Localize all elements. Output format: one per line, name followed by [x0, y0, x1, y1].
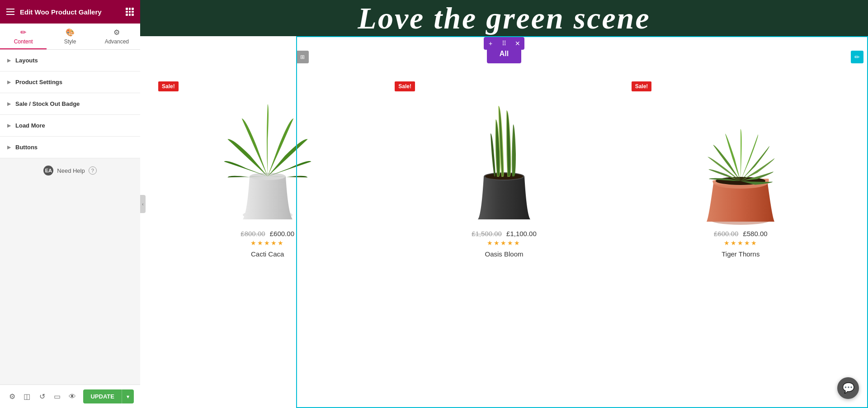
edit-widget-button[interactable]: ✏: [851, 51, 863, 63]
price-new-2: £1,100.00: [506, 230, 537, 237]
product-stars-1: ★★★★★: [250, 239, 284, 247]
price-old-1: £800.00: [241, 230, 265, 237]
accordion-sale-badge[interactable]: ▶ Sale / Stock Out Badge: [0, 93, 140, 115]
chat-button[interactable]: 💬: [837, 377, 859, 399]
bottom-bar: ⚙ ◫ ↺ ▭ 👁 UPDATE ▾: [0, 384, 140, 408]
canvas-area: Love the green scene ⊞ ✏ + ⠿ ✕ All Sale!: [140, 0, 868, 408]
accordion-product-settings[interactable]: ▶ Product Settings: [0, 71, 140, 93]
product-name-2: Oasis Bloom: [485, 250, 523, 258]
price-new-3: £580.00: [743, 230, 767, 237]
chevron-right-icon: ▶: [7, 145, 11, 150]
main-canvas: Love the green scene ⊞ ✏ + ⠿ ✕ All Sale!: [140, 0, 868, 408]
tab-style[interactable]: 🎨 Style: [47, 24, 93, 49]
content-tab-icon: ✏: [20, 28, 26, 37]
update-button-group: UPDATE ▾: [83, 389, 133, 403]
price-new-1: £600.00: [270, 230, 294, 237]
column-drag-handle[interactable]: ⊞: [296, 51, 309, 63]
collapse-panel-handle[interactable]: ‹: [140, 195, 146, 213]
banner-text: Love the green scene: [140, 0, 868, 36]
tab-advanced[interactable]: ⚙ Advanced: [94, 24, 140, 49]
history-icon[interactable]: ↺: [37, 390, 48, 403]
ea-badge: EA: [43, 166, 53, 176]
need-help-section: EA Need Help ?: [0, 158, 140, 183]
svg-point-3: [485, 173, 523, 180]
product-name-1: Cacti Caca: [251, 250, 284, 258]
hamburger-menu-button[interactable]: [6, 9, 14, 15]
chevron-right-icon: ▶: [7, 80, 11, 85]
eye-icon[interactable]: 👁: [66, 390, 78, 403]
product-price-3: £600.00 £580.00: [714, 230, 768, 237]
sale-badge-2: Sale!: [395, 81, 415, 91]
price-old-2: £1,500.00: [472, 230, 502, 237]
product-image-2: [395, 81, 613, 226]
plant-svg-1: [222, 86, 313, 222]
accordion-container: ▶ Layouts ▶ Product Settings ▶ Sale / St…: [0, 50, 140, 408]
products-grid: Sale!: [140, 68, 868, 271]
responsive-icon[interactable]: ▭: [52, 390, 63, 403]
accordion-layouts[interactable]: ▶ Layouts: [0, 50, 140, 71]
layers-icon[interactable]: ◫: [21, 390, 33, 403]
widget-add-button[interactable]: +: [484, 37, 497, 50]
update-dropdown-button[interactable]: ▾: [122, 389, 134, 403]
plant-svg-3: [691, 84, 790, 224]
settings-icon[interactable]: ⚙: [6, 390, 18, 403]
style-tab-icon: 🎨: [66, 28, 75, 37]
widget-close-button[interactable]: ✕: [511, 37, 524, 50]
apps-grid-button[interactable]: [126, 8, 134, 16]
help-icon[interactable]: ?: [89, 166, 97, 175]
chevron-right-icon: ▶: [7, 101, 11, 106]
product-price-2: £1,500.00 £1,100.00: [472, 230, 537, 237]
tab-content[interactable]: ✏ Content: [0, 24, 47, 49]
tab-bar: ✏ Content 🎨 Style ⚙ Advanced: [0, 24, 140, 50]
product-card-2: Sale!: [390, 77, 618, 262]
product-card-1: Sale!: [154, 77, 381, 262]
advanced-tab-icon: ⚙: [113, 28, 120, 37]
top-bar: Edit Woo Product Gallery: [0, 0, 140, 24]
need-help-label[interactable]: Need Help: [57, 167, 85, 174]
widget-move-button[interactable]: ⠿: [497, 37, 511, 50]
update-button[interactable]: UPDATE: [83, 389, 121, 403]
accordion-buttons[interactable]: ▶ Buttons: [0, 137, 140, 158]
product-stars-2: ★★★★★: [487, 239, 521, 247]
left-panel: Edit Woo Product Gallery ✏ Content 🎨 Sty…: [0, 0, 140, 408]
chevron-right-icon: ▶: [7, 123, 11, 128]
accordion-load-more[interactable]: ▶ Load More: [0, 115, 140, 137]
product-card-3: Sale!: [627, 77, 854, 262]
chevron-right-icon: ▶: [7, 58, 11, 63]
widget-toolbar: + ⠿ ✕: [484, 37, 524, 50]
product-name-3: Tiger Thorns: [722, 250, 760, 258]
product-stars-3: ★★★★★: [724, 239, 758, 247]
sale-badge-1: Sale!: [158, 81, 179, 91]
product-image-1: [158, 81, 377, 226]
sale-badge-3: Sale!: [632, 81, 652, 91]
banner-heading: Love the green scene: [358, 0, 650, 36]
plant-svg-2: [459, 84, 549, 224]
product-image-3: [632, 81, 850, 226]
price-old-3: £600.00: [714, 230, 738, 237]
panel-title: Edit Woo Product Gallery: [20, 8, 102, 16]
product-price-1: £800.00 £600.00: [241, 230, 294, 237]
